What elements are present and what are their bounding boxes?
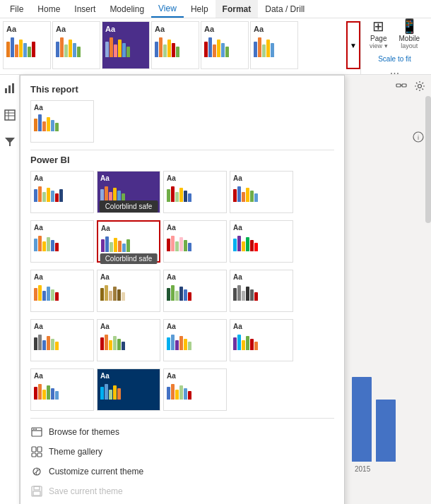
theme-card-1-2[interactable]: Aa bbox=[163, 220, 227, 263]
theme-card-2-2[interactable]: Aa bbox=[163, 270, 227, 312]
theme-card-0-3-bars bbox=[233, 185, 258, 202]
bar bbox=[204, 42, 208, 57]
menu-data-drill[interactable]: Data / Drill bbox=[258, 0, 312, 18]
ribbon-theme-4[interactable]: Aa bbox=[151, 21, 199, 69]
bar bbox=[225, 47, 229, 57]
theme-gallery-button[interactable]: Theme gallery bbox=[30, 444, 334, 460]
theme-card-0-0[interactable]: Aa bbox=[30, 171, 94, 213]
bar bbox=[262, 44, 266, 57]
theme-card-4-0[interactable]: Aa bbox=[30, 368, 94, 411]
ribbon-theme-3[interactable]: Aa bbox=[102, 21, 150, 69]
theme-card-3-0[interactable]: Aa bbox=[30, 319, 94, 361]
this-report-theme[interactable]: Aa bbox=[30, 100, 94, 143]
svg-rect-22 bbox=[402, 84, 406, 87]
theme-card-4-2[interactable]: Aa bbox=[163, 368, 227, 411]
ribbon-theme-6[interactable]: Aa bbox=[250, 21, 298, 69]
vertical-scrollbar[interactable] bbox=[425, 96, 431, 223]
bar bbox=[114, 238, 117, 252]
bar bbox=[105, 236, 109, 252]
theme-card-0-1[interactable]: Aa bbox=[97, 171, 160, 213]
ribbon-theme-2[interactable]: Aa bbox=[52, 21, 100, 69]
customize-theme-button[interactable]: Customize current theme bbox=[30, 464, 334, 479]
ribbon-theme-5[interactable]: Aa bbox=[201, 21, 249, 69]
sidebar-icon-table[interactable] bbox=[2, 107, 18, 123]
bar bbox=[237, 335, 241, 350]
bar bbox=[254, 342, 258, 350]
bar bbox=[100, 387, 104, 400]
powerbi-themes-row-2: Aa Colorblind safe Aa bbox=[30, 270, 334, 312]
mobile-layout-icon: 📱 bbox=[401, 18, 418, 35]
theme-card-2-0[interactable]: Aa bbox=[30, 270, 94, 312]
bar bbox=[188, 193, 191, 202]
theme-card-0-1-label: Aa bbox=[100, 174, 110, 182]
theme-card-3-3[interactable]: Aa bbox=[230, 319, 293, 361]
bar bbox=[118, 241, 122, 252]
theme-card-1-3[interactable]: Aa bbox=[230, 220, 293, 263]
footer-divider bbox=[30, 418, 334, 419]
bar bbox=[188, 243, 191, 251]
bar bbox=[113, 188, 117, 202]
menu-modeling[interactable]: Modeling bbox=[102, 0, 151, 18]
bar bbox=[51, 289, 54, 301]
theme-gallery-label: Theme gallery bbox=[49, 447, 102, 457]
gear-icon[interactable] bbox=[414, 80, 425, 94]
bar bbox=[122, 342, 125, 350]
ribbon-theme-5-bars bbox=[204, 36, 229, 57]
ribbon-theme-1-label: Aa bbox=[6, 25, 16, 33]
bar bbox=[55, 193, 59, 202]
browse-for-themes-button[interactable]: Browse for themes bbox=[30, 424, 334, 440]
bar bbox=[184, 191, 187, 202]
menu-insert[interactable]: Insert bbox=[67, 0, 102, 18]
menu-home[interactable]: Home bbox=[30, 0, 67, 18]
bar bbox=[179, 385, 183, 400]
section-divider bbox=[30, 150, 334, 150]
theme-card-2-1[interactable]: Colorblind safe Aa bbox=[97, 270, 160, 312]
bar bbox=[237, 186, 241, 202]
ribbon-theme-1[interactable]: Aa bbox=[3, 21, 51, 69]
bar bbox=[19, 40, 23, 57]
menu-file[interactable]: File bbox=[3, 0, 30, 18]
ribbon-theme-2-label: Aa bbox=[56, 25, 66, 33]
bar bbox=[47, 237, 50, 251]
svg-rect-13 bbox=[32, 453, 36, 457]
powerbi-themes-row-3: Aa Aa bbox=[30, 319, 334, 361]
bar bbox=[32, 42, 35, 57]
menu-help[interactable]: Help bbox=[184, 0, 216, 18]
page-view-button[interactable]: ⊞ Page view ▾ bbox=[367, 16, 391, 51]
bar bbox=[28, 47, 31, 57]
theme-card-0-2[interactable]: Aa bbox=[163, 171, 227, 213]
menu-format[interactable]: Format bbox=[216, 0, 259, 18]
bar bbox=[167, 239, 170, 251]
theme-card-1-0[interactable]: Aa bbox=[30, 220, 94, 263]
svg-rect-12 bbox=[37, 447, 42, 452]
mobile-layout-button[interactable]: 📱 Mobile layout bbox=[396, 16, 423, 51]
theme-card-3-2[interactable]: Aa bbox=[163, 319, 227, 361]
bar bbox=[233, 239, 237, 251]
bar bbox=[258, 37, 261, 57]
theme-card-2-3[interactable]: Aa bbox=[230, 270, 293, 312]
page-view-icon: ⊞ bbox=[372, 18, 384, 35]
connect-icon[interactable] bbox=[396, 80, 407, 94]
scale-to-fit-button[interactable]: Scale to fit bbox=[375, 54, 414, 64]
bar bbox=[159, 37, 163, 57]
theme-card-0-3[interactable]: Aa bbox=[230, 171, 293, 213]
bar bbox=[59, 189, 63, 202]
bar bbox=[38, 236, 42, 251]
bar bbox=[55, 243, 59, 251]
sidebar-icon-chart[interactable] bbox=[2, 80, 18, 96]
menu-view[interactable]: View bbox=[151, 0, 184, 18]
bar bbox=[56, 42, 59, 57]
theme-card-4-1[interactable]: Aa bbox=[97, 368, 160, 411]
theme-card-3-1[interactable]: Aa bbox=[97, 319, 160, 361]
bar bbox=[167, 40, 171, 57]
theme-card-1-3-label: Aa bbox=[233, 224, 242, 232]
bar bbox=[172, 43, 175, 57]
bar bbox=[254, 243, 258, 251]
info-icon[interactable]: i bbox=[413, 131, 424, 145]
svg-rect-2 bbox=[12, 83, 14, 93]
theme-card-1-1-label: Aa bbox=[101, 224, 110, 232]
theme-dropdown-button[interactable]: ▼ bbox=[346, 21, 360, 69]
theme-card-0-0-label: Aa bbox=[34, 174, 43, 182]
bar bbox=[117, 191, 121, 202]
sidebar-icon-filter[interactable] bbox=[2, 134, 18, 150]
